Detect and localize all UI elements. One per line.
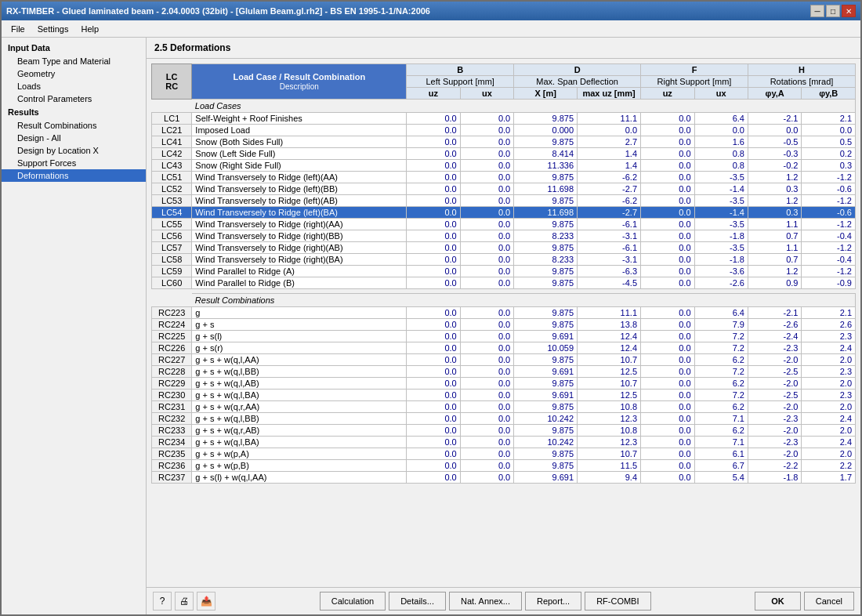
rc-h1: -2.2: [748, 460, 801, 472]
rc-h2: 2.0: [802, 425, 856, 437]
details-button[interactable]: Details...: [389, 592, 446, 611]
sidebar-item-control-params[interactable]: Control Parameters: [2, 92, 146, 105]
help-icon-btn[interactable]: ?: [153, 592, 172, 611]
table-row[interactable]: RC227 g + s + w(q,l,AA) 0.0 0.0 9.875 10…: [152, 354, 856, 366]
header-max-span: Max. Span Deflection: [514, 76, 641, 88]
table-row[interactable]: LC60 Wind Parallel to Ridge (B) 0.0 0.0 …: [152, 277, 856, 289]
rc-f-uz: 0.0: [641, 448, 694, 460]
table-row[interactable]: LC53 Wind Transversely to Ridge (left)(A…: [152, 195, 856, 207]
sidebar-item-result-combinations[interactable]: Result Combinations: [2, 119, 146, 132]
lc-d-x: 11.698: [514, 207, 578, 219]
lc-h1: 1.2: [748, 266, 801, 277]
lc-f-uz: 0.0: [641, 136, 694, 148]
rc-h1: -2.0: [748, 448, 801, 460]
lc-desc: Self-Weight + Roof Finishes: [192, 113, 407, 125]
table-row[interactable]: LC54 Wind Transversely to Ridge (left)(B…: [152, 207, 856, 219]
table-row[interactable]: RC224 g + s 0.0 0.0 9.875 13.8 0.0 7.9 -…: [152, 319, 856, 331]
table-row[interactable]: LC58 Wind Transversely to Ridge (right)(…: [152, 254, 856, 266]
lc-id: LC42: [152, 148, 192, 160]
menu-file[interactable]: File: [5, 23, 31, 35]
rc-b-uz: 0.0: [407, 319, 460, 331]
lc-g-ux: 1.6: [694, 136, 748, 148]
report-button[interactable]: Report...: [525, 592, 581, 611]
table-row[interactable]: LC21 Imposed Load 0.0 0.0 0.000 0.0 0.0 …: [152, 125, 856, 136]
lc-desc: Wind Transversely to Ridge (right)(AB): [192, 242, 407, 254]
ok-button[interactable]: OK: [755, 592, 801, 611]
lc-f-uz: 0.0: [641, 125, 694, 136]
lc-f-uz: 0.0: [641, 195, 694, 207]
sidebar-item-design-location[interactable]: Design by Location X: [2, 144, 146, 157]
rc-id: RC228: [152, 366, 192, 378]
rc-b-uz: 0.0: [407, 413, 460, 425]
lc-f-uz: 0.0: [641, 277, 694, 289]
title-bar-controls: ─ □ ✕: [810, 5, 856, 17]
export-icon-btn[interactable]: 📤: [197, 592, 216, 611]
rc-h1: -2.1: [748, 307, 801, 319]
sidebar-item-deformations[interactable]: Deformations: [2, 169, 146, 182]
lc-f-uz: 0.0: [641, 148, 694, 160]
table-row[interactable]: RC235 g + s + w(p,A) 0.0 0.0 9.875 10.7 …: [152, 448, 856, 460]
sidebar-item-design-all[interactable]: Design - All: [2, 132, 146, 144]
sidebar-item-beam-type[interactable]: Beam Type and Material: [2, 55, 146, 67]
lc-d-x: 8.414: [514, 148, 578, 160]
table-row[interactable]: RC231 g + s + w(q,r,AA) 0.0 0.0 9.875 10…: [152, 401, 856, 413]
table-row[interactable]: RC234 g + s + w(q,l,BA) 0.0 0.0 10.242 1…: [152, 437, 856, 448]
lc-e-uz: -6.2: [578, 195, 641, 207]
menu-help[interactable]: Help: [74, 23, 105, 35]
header-phiya: φy,A: [748, 88, 801, 100]
sidebar-item-geometry[interactable]: Geometry: [2, 67, 146, 80]
rc-b-uz: 0.0: [407, 425, 460, 437]
lc-h2: -0.6: [802, 207, 856, 219]
table-row[interactable]: LC42 Snow (Left Side Full) 0.0 0.0 8.414…: [152, 148, 856, 160]
cancel-button[interactable]: Cancel: [804, 592, 854, 611]
lc-e-uz: -6.1: [578, 242, 641, 254]
lc-g-ux: -1.8: [694, 230, 748, 242]
table-container[interactable]: LCRC Load Case / Result Combination Desc…: [147, 59, 860, 587]
sidebar-group-results: Results: [2, 105, 146, 119]
table-row[interactable]: RC226 g + s(r) 0.0 0.0 10.059 12.4 0.0 7…: [152, 342, 856, 354]
table-row[interactable]: LC1 Self-Weight + Roof Finishes 0.0 0.0 …: [152, 113, 856, 125]
lc-h1: 1.2: [748, 172, 801, 183]
sidebar-item-loads[interactable]: Loads: [2, 80, 146, 92]
rc-g-ux: 7.2: [694, 342, 748, 354]
lc-d-x: 9.875: [514, 219, 578, 230]
table-row[interactable]: LC56 Wind Transversely to Ridge (right)(…: [152, 230, 856, 242]
minimize-button[interactable]: ─: [810, 5, 824, 17]
lc-h2: 0.0: [802, 125, 856, 136]
header-col-f-group: F: [641, 64, 748, 76]
maximize-button[interactable]: □: [826, 5, 840, 17]
lc-b-ux: 0.0: [460, 136, 513, 148]
rc-h1: -2.5: [748, 390, 801, 401]
table-row[interactable]: LC41 Snow (Both Sides Full) 0.0 0.0 9.87…: [152, 136, 856, 148]
lc-h1: 0.7: [748, 254, 801, 266]
table-row[interactable]: LC52 Wind Transversely to Ridge (left)(B…: [152, 183, 856, 195]
sidebar-item-support-forces[interactable]: Support Forces: [2, 157, 146, 169]
print-icon-btn[interactable]: 🖨: [175, 592, 194, 611]
rc-e-uz: 13.8: [578, 319, 641, 331]
table-row[interactable]: RC233 g + s + w(q,r,AB) 0.0 0.0 9.875 10…: [152, 425, 856, 437]
table-row[interactable]: RC228 g + s + w(q,l,BB) 0.0 0.0 9.691 12…: [152, 366, 856, 378]
rc-b-ux: 0.0: [460, 307, 513, 319]
lc-b-ux: 0.0: [460, 195, 513, 207]
table-row[interactable]: LC43 Snow (Right Side Full) 0.0 0.0 11.3…: [152, 160, 856, 172]
table-row[interactable]: LC55 Wind Transversely to Ridge (right)(…: [152, 219, 856, 230]
table-row[interactable]: LC59 Wind Parallel to Ridge (A) 0.0 0.0 …: [152, 266, 856, 277]
table-row[interactable]: RC236 g + s + w(p,B) 0.0 0.0 9.875 11.5 …: [152, 460, 856, 472]
table-row[interactable]: RC229 g + s + w(q,l,AB) 0.0 0.0 9.875 10…: [152, 378, 856, 390]
table-row[interactable]: LC57 Wind Transversely to Ridge (right)(…: [152, 242, 856, 254]
lc-g-ux: -3.5: [694, 242, 748, 254]
rc-f-uz: 0.0: [641, 437, 694, 448]
table-row[interactable]: RC230 g + s + w(q,l,BA) 0.0 0.0 9.691 12…: [152, 390, 856, 401]
calculation-button[interactable]: Calculation: [320, 592, 386, 611]
rf-combi-button[interactable]: RF-COMBI: [585, 592, 650, 611]
table-row[interactable]: RC237 g + s(l) + w(q,l,AA) 0.0 0.0 9.691…: [152, 472, 856, 484]
table-row[interactable]: RC232 g + s + w(q,l,BB) 0.0 0.0 10.242 1…: [152, 413, 856, 425]
table-row[interactable]: RC223 g 0.0 0.0 9.875 11.1 0.0 6.4 -2.1 …: [152, 307, 856, 319]
table-row[interactable]: LC51 Wind Transversely to Ridge (left)(A…: [152, 172, 856, 183]
lc-b-ux: 0.0: [460, 242, 513, 254]
menu-settings[interactable]: Settings: [31, 23, 75, 35]
lc-h1: 0.3: [748, 183, 801, 195]
nat-annex-button[interactable]: Nat. Annex...: [449, 592, 522, 611]
close-button[interactable]: ✕: [842, 5, 856, 17]
table-row[interactable]: RC225 g + s(l) 0.0 0.0 9.691 12.4 0.0 7.…: [152, 331, 856, 342]
